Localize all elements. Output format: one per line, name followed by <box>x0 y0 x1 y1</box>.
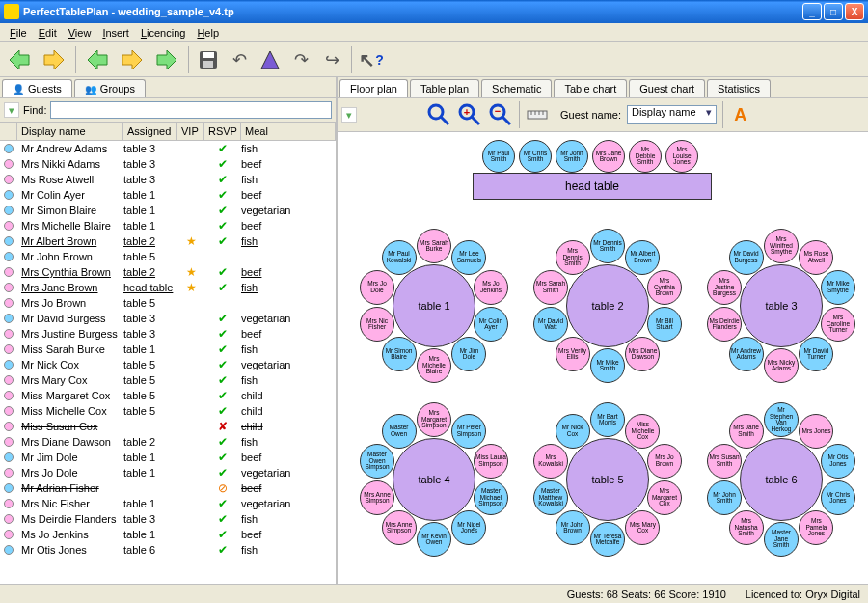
seat[interactable]: Master Owen <box>382 414 417 449</box>
find-down-icon[interactable]: ▾ <box>4 102 19 118</box>
round-table-4[interactable]: table 4Mrs Margaret SimpsonMr Peter Simp… <box>357 402 511 557</box>
guest-row[interactable]: Mrs Cynthia Browntable 2★✔beef <box>0 264 336 280</box>
undo-icon[interactable]: ↶ <box>228 48 251 71</box>
seat[interactable]: Mrs Anne Simpson <box>382 510 417 545</box>
tab-statistics[interactable]: Statistics <box>707 79 771 97</box>
seat[interactable]: Mrs Kowalski <box>533 444 568 479</box>
guest-row[interactable]: Miss Sarah Burketable 1✔fish <box>0 342 336 357</box>
wizard-icon[interactable] <box>258 48 282 71</box>
help-cursor-icon[interactable]: ↖? <box>360 48 383 71</box>
nav-arrow-1-icon[interactable] <box>6 46 33 73</box>
guest-row[interactable]: Mrs Mary Coxtable 5✔fish <box>0 372 336 388</box>
seat[interactable]: Mr Teresa Metcalfe <box>590 522 625 557</box>
guest-row[interactable]: Mrs Justine Burgesstable 3✔beef <box>0 326 336 342</box>
seat[interactable]: Mrs Louise Jones <box>665 140 698 173</box>
seat[interactable]: Mrs Jo Brown <box>647 444 682 479</box>
nav-arrow-4-icon[interactable] <box>119 46 146 73</box>
seat[interactable]: Mr Stephen Van Herkog <box>764 402 799 437</box>
ruler-icon[interactable] <box>526 103 549 126</box>
seat[interactable]: Mrs Sarah Burke <box>417 229 451 263</box>
tab-groups[interactable]: 👥Groups <box>74 79 146 97</box>
guest-row[interactable]: Miss Margaret Coxtable 5✔child <box>0 388 336 403</box>
seat[interactable]: Master Jane Smith <box>764 522 799 557</box>
col-rsvp[interactable]: RSVP <box>204 123 241 140</box>
tab-floor-plan[interactable]: Floor plan <box>339 79 408 97</box>
table-center[interactable]: table 6 <box>740 438 823 521</box>
seat[interactable]: Mr Albert Brown <box>625 240 660 275</box>
head-table-rect[interactable]: head table <box>473 173 712 200</box>
guest-row[interactable]: Mr Andrew Adamstable 3✔fish <box>0 141 336 156</box>
tab-table-chart[interactable]: Table chart <box>554 79 627 97</box>
seat[interactable]: Mr Bart Morris <box>590 402 625 437</box>
menu-help[interactable]: Help <box>191 25 225 41</box>
seat[interactable]: Mrs Margaret Cox <box>647 480 682 515</box>
guest-row[interactable]: Ms Deirdie Flanderstable 3✔fish <box>0 511 336 527</box>
seat[interactable]: Mrs Margaret Simpson <box>417 402 451 437</box>
zoom-fit-icon[interactable] <box>426 102 451 127</box>
guest-row[interactable]: Mrs Nikki Adamstable 3✔beef <box>0 156 336 172</box>
redo-icon[interactable]: ↷ <box>289 48 312 71</box>
seat[interactable]: Mrs Anne Simpson <box>360 480 394 515</box>
floor-canvas[interactable]: Mr Paul SmithMr Chris SmithMr John Smith… <box>338 132 868 584</box>
seat[interactable]: Mr Bill Stuart <box>647 307 682 342</box>
seat[interactable]: Ms Jo Jenkins <box>474 270 508 305</box>
head-table[interactable]: Mr Paul SmithMr Chris SmithMr John Smith… <box>482 140 733 207</box>
forward-icon[interactable]: ↪ <box>320 48 343 71</box>
seat[interactable]: Mrs Justine Burgess <box>707 270 742 305</box>
seat[interactable]: Mrs Sarah Smith <box>533 270 568 305</box>
seat[interactable]: Mr John Smith <box>707 480 742 515</box>
seat[interactable]: Mrs Cynthia Brown <box>647 270 682 305</box>
seat[interactable]: Mrs Dennis Smith <box>556 240 590 275</box>
guest-row[interactable]: Mr John Browntable 5 <box>0 249 336 264</box>
close-button[interactable]: X <box>845 3 864 20</box>
tab-guests[interactable]: 👤Guests <box>2 79 72 97</box>
seat[interactable]: Mr Peter Simpson <box>451 414 486 449</box>
round-table-1[interactable]: table 1Mrs Sarah BurkeMr Lee SamuelsMs J… <box>357 229 511 383</box>
seat[interactable]: Mr Nigel Jones <box>451 510 486 545</box>
seat[interactable]: Mrs Nicky Adams <box>764 348 799 383</box>
seat[interactable]: Mrs Susan Smith <box>707 444 742 479</box>
seat[interactable]: Mr Mike Smythe <box>821 270 855 305</box>
seat[interactable]: Mrs Caroline Turner <box>821 307 855 342</box>
col-meal[interactable]: Meal <box>241 123 336 140</box>
seat[interactable]: Mr David Watt <box>533 307 568 342</box>
seat[interactable]: Mrs Pamela Jones <box>799 510 833 545</box>
guest-row[interactable]: Mrs Jo Doletable 1✔vegetarian <box>0 465 336 480</box>
guest-row[interactable]: Mr Jim Doletable 1✔beef <box>0 450 336 465</box>
seat[interactable]: Mrs Diane Dawson <box>625 337 660 371</box>
zoom-in-icon[interactable]: + <box>457 102 482 127</box>
menu-view[interactable]: View <box>63 25 97 41</box>
menu-edit[interactable]: Edit <box>33 25 63 41</box>
seat[interactable]: Mrs Jo Dole <box>360 270 394 305</box>
seat[interactable]: Mrs Mary Cox <box>625 510 660 545</box>
seat[interactable]: Mrs Jones <box>799 414 833 449</box>
seat[interactable]: Mr Paul Smith <box>482 140 515 173</box>
seat[interactable]: Mr Dennis Smith <box>590 229 625 263</box>
seat[interactable]: Ms Debbie Smith <box>629 140 662 173</box>
guest-name-select[interactable]: Display name <box>627 105 717 124</box>
seat[interactable]: Master Michael Simpson <box>474 480 508 515</box>
guest-list[interactable]: Mr Andrew Adamstable 3✔fishMrs Nikki Ada… <box>0 141 336 584</box>
tab-schematic[interactable]: Schematic <box>481 79 552 97</box>
seat[interactable]: Mr David Turner <box>799 337 833 371</box>
guest-row[interactable]: Mrs Nic Fishertable 1✔vegetarian <box>0 496 336 511</box>
seat[interactable]: Mr Andrew Adams <box>729 337 764 371</box>
save-icon[interactable] <box>197 48 220 71</box>
table-center[interactable]: table 1 <box>393 264 475 347</box>
minimize-button[interactable]: _ <box>802 3 822 20</box>
guest-row[interactable]: Miss Susan Cox✘child <box>0 419 336 434</box>
table-center[interactable]: table 3 <box>740 264 823 347</box>
guest-row[interactable]: Miss Michelle Coxtable 5✔child <box>0 403 336 419</box>
guest-row[interactable]: Mrs Jane Brownhead table★✔fish <box>0 280 336 295</box>
seat[interactable]: Mrs Verity Ellis <box>556 337 590 371</box>
seat[interactable]: Mrs Nic Fisher <box>360 307 394 342</box>
zoom-out-icon[interactable]: − <box>488 102 513 127</box>
seat[interactable]: Mr Chris Jones <box>821 480 855 515</box>
seat[interactable]: Mr Paul Kowalski <box>382 240 417 275</box>
seat[interactable]: Miss Michelle Cox <box>625 414 660 449</box>
guest-row[interactable]: Ms Rose Atwelltable 3✔fish <box>0 172 336 187</box>
menu-insert[interactable]: Insert <box>96 25 135 41</box>
nav-arrow-5-icon[interactable] <box>153 46 180 73</box>
seat[interactable]: Mr Otis Jones <box>821 444 855 479</box>
col-display-name[interactable]: Display name <box>17 123 123 140</box>
